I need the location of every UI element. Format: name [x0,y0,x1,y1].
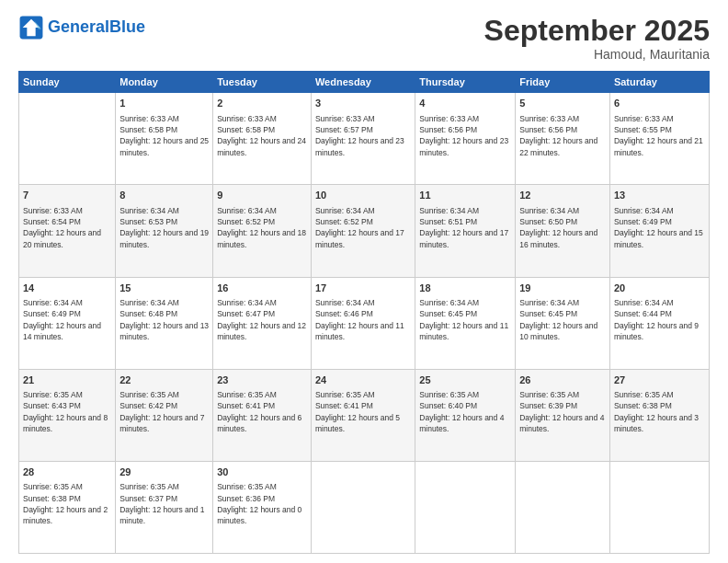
header-day-wednesday: Wednesday [311,72,415,93]
calendar-cell: 6Sunrise: 6:33 AMSunset: 6:55 PMDaylight… [609,93,709,185]
day-info: Sunrise: 6:35 AMSunset: 6:36 PMDaylight:… [217,481,307,526]
calendar-cell: 30Sunrise: 6:35 AMSunset: 6:36 PMDayligh… [213,461,312,553]
calendar-cell: 24Sunrise: 6:35 AMSunset: 6:41 PMDayligh… [311,369,415,461]
day-info: Sunrise: 6:35 AMSunset: 6:40 PMDaylight:… [419,389,511,434]
calendar-cell: 10Sunrise: 6:34 AMSunset: 6:52 PMDayligh… [311,185,415,277]
calendar-cell: 12Sunrise: 6:34 AMSunset: 6:50 PMDayligh… [516,185,610,277]
logo-text: GeneralBlue [48,18,145,37]
day-info: Sunrise: 6:34 AMSunset: 6:50 PMDaylight:… [519,205,606,250]
day-number: 22 [119,373,209,387]
calendar-cell: 3Sunrise: 6:33 AMSunset: 6:57 PMDaylight… [311,93,415,185]
calendar-table: SundayMondayTuesdayWednesdayThursdayFrid… [18,71,710,554]
day-number: 19 [519,282,606,295]
calendar-cell: 23Sunrise: 6:35 AMSunset: 6:41 PMDayligh… [213,369,312,461]
logo: GeneralBlue [18,15,145,40]
calendar-cell: 20Sunrise: 6:34 AMSunset: 6:44 PMDayligh… [609,277,709,369]
calendar-cell: 8Sunrise: 6:34 AMSunset: 6:53 PMDaylight… [116,185,213,277]
calendar-cell: 29Sunrise: 6:35 AMSunset: 6:37 PMDayligh… [116,461,213,553]
day-number: 24 [315,373,411,387]
calendar-cell: 16Sunrise: 6:34 AMSunset: 6:47 PMDayligh… [213,277,312,369]
day-info: Sunrise: 6:34 AMSunset: 6:52 PMDaylight:… [217,205,307,250]
day-info: Sunrise: 6:34 AMSunset: 6:53 PMDaylight:… [119,205,209,250]
day-number: 29 [119,465,209,479]
day-info: Sunrise: 6:33 AMSunset: 6:57 PMDaylight:… [315,113,411,158]
day-info: Sunrise: 6:34 AMSunset: 6:49 PMDaylight:… [23,297,111,342]
day-number: 8 [119,189,209,202]
day-info: Sunrise: 6:34 AMSunset: 6:48 PMDaylight:… [119,297,209,342]
day-info: Sunrise: 6:33 AMSunset: 6:58 PMDaylight:… [119,113,209,158]
calendar-cell: 27Sunrise: 6:35 AMSunset: 6:38 PMDayligh… [609,369,709,461]
calendar-cell: 2Sunrise: 6:33 AMSunset: 6:58 PMDaylight… [213,93,312,185]
day-info: Sunrise: 6:34 AMSunset: 6:51 PMDaylight:… [419,205,511,250]
logo-icon [18,15,44,40]
day-number: 16 [217,282,307,295]
title-block: September 2025 Hamoud, Mauritania [484,15,710,62]
calendar-cell: 11Sunrise: 6:34 AMSunset: 6:51 PMDayligh… [415,185,516,277]
calendar-cell: 22Sunrise: 6:35 AMSunset: 6:42 PMDayligh… [116,369,213,461]
page: GeneralBlue September 2025 Hamoud, Mauri… [0,0,728,563]
calendar-cell: 17Sunrise: 6:34 AMSunset: 6:46 PMDayligh… [311,277,415,369]
day-number: 13 [614,189,705,202]
day-info: Sunrise: 6:35 AMSunset: 6:41 PMDaylight:… [315,389,411,434]
day-number: 23 [217,373,307,387]
logo-general: General [48,17,109,36]
calendar-cell: 14Sunrise: 6:34 AMSunset: 6:49 PMDayligh… [19,277,116,369]
calendar-header-row: SundayMondayTuesdayWednesdayThursdayFrid… [19,72,710,93]
day-info: Sunrise: 6:35 AMSunset: 6:38 PMDaylight:… [23,481,111,526]
calendar-cell: 18Sunrise: 6:34 AMSunset: 6:45 PMDayligh… [415,277,516,369]
day-info: Sunrise: 6:34 AMSunset: 6:47 PMDaylight:… [217,297,307,342]
day-number: 12 [519,189,606,202]
header-day-thursday: Thursday [415,72,516,93]
day-info: Sunrise: 6:33 AMSunset: 6:56 PMDaylight:… [519,113,606,158]
calendar-cell [516,461,610,553]
calendar-cell [609,461,709,553]
day-info: Sunrise: 6:35 AMSunset: 6:41 PMDaylight:… [217,389,307,434]
day-info: Sunrise: 6:33 AMSunset: 6:54 PMDaylight:… [23,205,111,250]
calendar-week-2: 14Sunrise: 6:34 AMSunset: 6:49 PMDayligh… [19,277,710,369]
day-number: 9 [217,189,307,202]
day-number: 3 [315,97,411,110]
day-info: Sunrise: 6:33 AMSunset: 6:58 PMDaylight:… [217,113,307,158]
calendar-cell: 19Sunrise: 6:34 AMSunset: 6:45 PMDayligh… [516,277,610,369]
header: GeneralBlue September 2025 Hamoud, Mauri… [18,15,710,62]
logo-blue: Blue [109,17,145,36]
calendar-week-3: 21Sunrise: 6:35 AMSunset: 6:43 PMDayligh… [19,369,710,461]
day-number: 27 [614,373,705,387]
day-number: 17 [315,282,411,295]
calendar-cell [311,461,415,553]
calendar-cell: 21Sunrise: 6:35 AMSunset: 6:43 PMDayligh… [19,369,116,461]
day-number: 14 [23,282,111,295]
day-info: Sunrise: 6:35 AMSunset: 6:39 PMDaylight:… [519,389,606,434]
calendar-cell: 28Sunrise: 6:35 AMSunset: 6:38 PMDayligh… [19,461,116,553]
calendar-week-0: 1Sunrise: 6:33 AMSunset: 6:58 PMDaylight… [19,93,710,185]
day-number: 21 [23,373,111,387]
calendar-cell: 26Sunrise: 6:35 AMSunset: 6:39 PMDayligh… [516,369,610,461]
header-day-friday: Friday [516,72,610,93]
calendar-week-4: 28Sunrise: 6:35 AMSunset: 6:38 PMDayligh… [19,461,710,553]
calendar-cell: 1Sunrise: 6:33 AMSunset: 6:58 PMDaylight… [116,93,213,185]
calendar-cell [415,461,516,553]
main-title: September 2025 [484,15,710,47]
day-number: 25 [419,373,511,387]
subtitle: Hamoud, Mauritania [484,47,710,62]
calendar-cell: 5Sunrise: 6:33 AMSunset: 6:56 PMDaylight… [516,93,610,185]
day-info: Sunrise: 6:35 AMSunset: 6:37 PMDaylight:… [119,481,209,526]
day-number: 20 [614,282,705,295]
day-number: 4 [419,97,511,110]
day-number: 26 [519,373,606,387]
calendar-cell [19,93,116,185]
day-info: Sunrise: 6:34 AMSunset: 6:46 PMDaylight:… [315,297,411,342]
header-day-sunday: Sunday [19,72,116,93]
day-info: Sunrise: 6:34 AMSunset: 6:45 PMDaylight:… [419,297,511,342]
day-number: 5 [519,97,606,110]
header-day-saturday: Saturday [609,72,709,93]
calendar-week-1: 7Sunrise: 6:33 AMSunset: 6:54 PMDaylight… [19,185,710,277]
day-info: Sunrise: 6:33 AMSunset: 6:56 PMDaylight:… [419,113,511,158]
calendar-cell: 13Sunrise: 6:34 AMSunset: 6:49 PMDayligh… [609,185,709,277]
calendar-cell: 4Sunrise: 6:33 AMSunset: 6:56 PMDaylight… [415,93,516,185]
day-number: 11 [419,189,511,202]
calendar-cell: 7Sunrise: 6:33 AMSunset: 6:54 PMDaylight… [19,185,116,277]
header-day-monday: Monday [116,72,213,93]
day-info: Sunrise: 6:35 AMSunset: 6:42 PMDaylight:… [119,389,209,434]
header-day-tuesday: Tuesday [213,72,312,93]
